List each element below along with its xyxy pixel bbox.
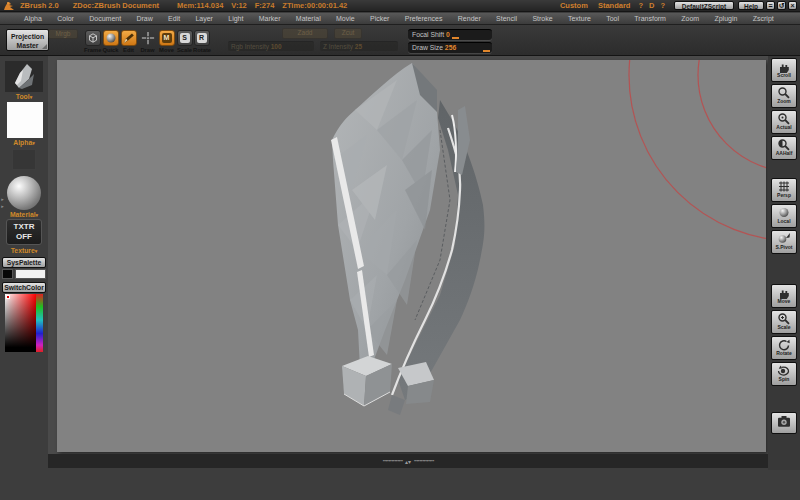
top-shelf: Projection Master Mrgb Rgb Intensity 100… xyxy=(0,25,800,56)
z-intensity-slider-disabled: Z Intensity 25 xyxy=(320,41,398,51)
move-view-button[interactable]: Move xyxy=(771,284,797,308)
cursor-circles xyxy=(629,60,766,241)
rotate-button[interactable]: R Rotate xyxy=(193,30,210,53)
menu-document[interactable]: Document xyxy=(89,15,121,22)
chevron-down-icon: ▾ xyxy=(32,140,35,146)
pen-icon xyxy=(121,30,137,46)
move-button[interactable]: M Move xyxy=(158,30,175,53)
rotate-view-button[interactable]: Rotate xyxy=(771,336,797,360)
cube-wireframe-icon xyxy=(85,30,101,46)
projection-master-button[interactable]: Projection Master xyxy=(6,29,49,51)
d-button[interactable]: D xyxy=(649,1,654,10)
menu-draw[interactable]: Draw xyxy=(136,15,152,22)
help-button[interactable]: Help xyxy=(738,1,764,10)
zbrush-window: ZBrush 2.0 ZDoc:ZBrush Document Mem:114.… xyxy=(0,0,800,500)
menu-bar: Alpha Color Document Draw Edit Layer Lig… xyxy=(0,13,800,25)
focal-shift-slider[interactable]: Focal Shift 0 xyxy=(408,29,492,40)
quickhelp-button-2[interactable]: ? xyxy=(660,1,665,10)
current-alpha-thumbnail[interactable] xyxy=(7,102,43,138)
aahalf-button[interactable]: AAHalf xyxy=(771,136,797,160)
restore-button[interactable]: ↺ xyxy=(777,1,786,10)
color-picker-marker xyxy=(6,295,10,299)
tool-palette-label[interactable]: Tool▾ xyxy=(0,93,48,100)
canvas-frame: ╍╍╍╍╍╍ ▴▾ ╍╍╍╍╍╍ xyxy=(48,56,768,468)
sphere-icon xyxy=(103,30,119,46)
alpha-palette-label[interactable]: Alpha▾ xyxy=(0,139,48,146)
default-zscript-button[interactable]: DefaultZScript xyxy=(674,1,734,10)
standard-interface-button[interactable]: Standard xyxy=(598,1,631,10)
material-palette-label[interactable]: Material▾ xyxy=(0,211,48,218)
rgb-intensity-slider-disabled: Rgb Intensity 100 xyxy=(228,41,314,51)
menu-zplugin[interactable]: Zplugin xyxy=(714,15,737,22)
close-button[interactable]: × xyxy=(788,1,797,10)
hue-strip[interactable] xyxy=(36,294,43,352)
menu-transform[interactable]: Transform xyxy=(634,15,666,22)
menu-material[interactable]: Material xyxy=(296,15,321,22)
focal-shift-handle[interactable] xyxy=(452,37,459,39)
local-button[interactable]: Local xyxy=(771,204,797,228)
scale-view-button[interactable]: Scale xyxy=(771,310,797,334)
up-down-arrows-icon: ▴▾ xyxy=(405,458,411,465)
sys-palette-button[interactable]: SysPalette xyxy=(2,257,46,268)
memory-stat: Mem:114.034 xyxy=(177,1,223,10)
model-3d xyxy=(331,63,484,415)
move-m-icon: M xyxy=(159,30,175,46)
menu-stroke[interactable]: Stroke xyxy=(532,15,552,22)
snapshot-button[interactable] xyxy=(771,412,797,434)
scale-button[interactable]: S Scale xyxy=(176,30,193,53)
document-canvas[interactable] xyxy=(57,60,766,452)
quick-button[interactable]: Quick xyxy=(102,30,119,53)
actual-button[interactable]: Actual xyxy=(771,110,797,134)
set-pivot-button[interactable]: S.Pivot xyxy=(771,230,797,254)
current-tool-thumbnail[interactable] xyxy=(5,61,43,92)
menu-movie[interactable]: Movie xyxy=(336,15,355,22)
texture-off-button[interactable]: TXTR OFF xyxy=(6,219,42,245)
saturation-value-area[interactable] xyxy=(5,294,36,352)
current-material-sphere[interactable] xyxy=(7,176,41,210)
menu-preferences[interactable]: Preferences xyxy=(405,15,443,22)
frame-button[interactable]: Frame xyxy=(84,30,101,53)
draw-size-handle[interactable] xyxy=(483,50,490,52)
minimize-button[interactable]: = xyxy=(766,1,775,10)
menu-light[interactable]: Light xyxy=(228,15,243,22)
rotate-r-icon: R xyxy=(194,30,210,46)
menu-picker[interactable]: Picker xyxy=(370,15,389,22)
menu-zoom[interactable]: Zoom xyxy=(681,15,699,22)
main-color-swatch[interactable] xyxy=(2,269,13,279)
menu-edit[interactable]: Edit xyxy=(168,15,180,22)
document-bottom-bar: ╍╍╍╍╍╍ ▴▾ ╍╍╍╍╍╍ xyxy=(48,454,768,468)
menu-color[interactable]: Color xyxy=(57,15,74,22)
menu-alpha[interactable]: Alpha xyxy=(24,15,42,22)
vertices-stat: V:12 xyxy=(231,1,246,10)
ztime-stat: ZTime:00:00:01.42 xyxy=(282,1,347,10)
menu-layer[interactable]: Layer xyxy=(195,15,213,22)
menu-zscript[interactable]: Zscript xyxy=(753,15,774,22)
zoom-button[interactable]: Zoom xyxy=(771,84,797,108)
tray-resize-handle[interactable]: ╍╍╍╍╍╍ ▴▾ ╍╍╍╍╍╍ xyxy=(383,457,434,465)
camera-icon xyxy=(776,414,792,429)
title-bar: ZBrush 2.0 ZDoc:ZBrush Document Mem:114.… xyxy=(0,0,800,12)
switch-color-button[interactable]: SwitchColor xyxy=(2,282,46,293)
texture-palette-label[interactable]: Texture▾ xyxy=(0,247,48,254)
custom-interface-button[interactable]: Custom xyxy=(560,1,588,10)
menu-tool[interactable]: Tool xyxy=(606,15,619,22)
scale-s-icon: S xyxy=(177,30,193,46)
persp-button[interactable]: Persp xyxy=(771,178,797,202)
edit-button[interactable]: Edit xyxy=(120,30,137,53)
menu-render[interactable]: Render xyxy=(458,15,481,22)
spin-button[interactable]: Spin xyxy=(771,362,797,386)
crosshair-icon xyxy=(140,30,156,46)
scroll-button[interactable]: Scroll xyxy=(771,58,797,82)
secondary-color-swatch[interactable] xyxy=(15,269,46,279)
zcut-button-disabled: Zcut xyxy=(334,28,362,39)
quickhelp-button[interactable]: ? xyxy=(638,1,643,10)
menu-stencil[interactable]: Stencil xyxy=(496,15,517,22)
draw-button[interactable]: Draw xyxy=(139,30,156,53)
tray-divider-arrows[interactable]: ▸▸ xyxy=(0,196,5,210)
stroke-thumbnail[interactable] xyxy=(12,149,36,170)
faces-stat: F:274 xyxy=(255,1,275,10)
draw-size-slider[interactable]: Draw Size 256 xyxy=(408,42,492,53)
color-picker[interactable] xyxy=(5,294,43,352)
menu-marker[interactable]: Marker xyxy=(259,15,281,22)
menu-texture[interactable]: Texture xyxy=(568,15,591,22)
